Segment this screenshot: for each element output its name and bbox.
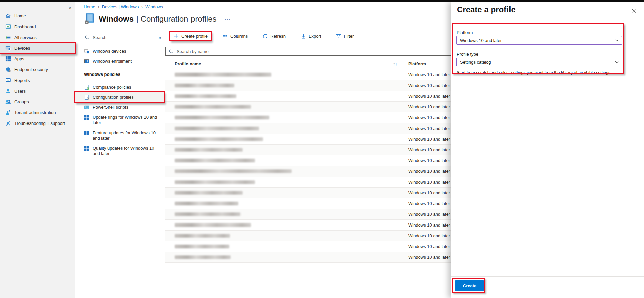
sidebar-item-label: Dashboard xyxy=(14,24,36,29)
platform-cell: Windows 10 and later xyxy=(397,222,450,228)
panel-title: Create a profile xyxy=(457,5,516,14)
plus-icon xyxy=(173,33,179,39)
sidebar-item-troubleshooting-support[interactable]: Troubleshooting + support xyxy=(0,118,75,129)
pane-item-label: PowerShell scripts xyxy=(93,105,159,110)
profile-type-dropdown[interactable]: Settings catalog xyxy=(456,58,622,66)
profile-name-cell xyxy=(165,94,397,98)
page-title-blade: Windows xyxy=(99,14,134,23)
page-title: Windows | Configuration profiles xyxy=(99,14,216,24)
profile-name-cell xyxy=(165,202,397,205)
pane-section-divider xyxy=(75,80,155,80)
troubleshooting-icon xyxy=(5,120,11,126)
sidebar-item-label: Groups xyxy=(14,99,29,104)
platform-cell: Windows 10 and later xyxy=(397,190,450,195)
redacted-profile-name xyxy=(175,212,240,216)
table-search-input[interactable] xyxy=(176,49,454,54)
pane-item-powershell-scripts[interactable]: PowerShell scripts xyxy=(75,102,164,112)
sidebar-item-devices[interactable]: Devices xyxy=(0,43,75,53)
breadcrumb-separator: › xyxy=(141,5,143,9)
sidebar-item-apps[interactable]: Apps xyxy=(0,53,75,64)
pane-item-windows-enrollment[interactable]: Windows enrollment xyxy=(75,56,164,66)
redacted-profile-name xyxy=(175,202,238,205)
pane-item-update-rings[interactable]: Update rings for Windows 10 and later xyxy=(75,112,164,128)
profile-name-cell xyxy=(165,73,397,77)
platform-cell: Windows 10 and later xyxy=(397,126,450,131)
column-header-profile-name[interactable]: Profile name ↑↓ xyxy=(165,61,397,66)
redacted-profile-name xyxy=(175,127,259,130)
export-button[interactable]: Export xyxy=(298,32,324,40)
refresh-icon xyxy=(262,33,268,39)
sidebar-item-all-services[interactable]: All services xyxy=(0,32,75,43)
pane-item-label: Windows devices xyxy=(93,49,159,54)
platform-cell: Windows 10 and later xyxy=(397,158,450,163)
pane-item-configuration-profiles[interactable]: Configuration profiles xyxy=(75,92,164,102)
platform-cell: Windows 10 and later xyxy=(397,137,450,142)
close-icon[interactable] xyxy=(631,8,637,14)
sidebar-item-reports[interactable]: Reports xyxy=(0,75,75,86)
breadcrumb-separator: › xyxy=(98,5,99,9)
sidebar-collapse-icon[interactable]: « xyxy=(69,4,71,10)
sidebar-item-dashboard[interactable]: Dashboard xyxy=(0,21,75,32)
pane-item-quality-updates[interactable]: Quality updates for Windows 10 and later xyxy=(75,143,164,159)
page-overflow-menu[interactable]: ··· xyxy=(224,16,230,22)
pane-collapse-icon[interactable]: « xyxy=(158,35,161,40)
sort-icon[interactable]: ↑↓ xyxy=(393,61,397,66)
profile-name-cell xyxy=(165,234,397,238)
columns-button[interactable]: Columns xyxy=(219,32,251,40)
profile-type-description: Start from scratch and select settings y… xyxy=(457,70,610,75)
sidebar-item-tenant-administration[interactable]: Tenant administration xyxy=(0,107,75,118)
menu-pane: Windows devicesWindows enrollmentWindows… xyxy=(75,33,164,159)
profile-name-cell xyxy=(165,245,397,248)
pane-search-box[interactable] xyxy=(82,33,153,42)
platform-field-label: Platform xyxy=(457,30,473,35)
dashboard-icon xyxy=(5,24,11,30)
left-sidebar: « HomeDashboardAll servicesDevicesAppsEn… xyxy=(0,2,75,298)
profile-name-cell xyxy=(165,191,397,195)
reports-icon xyxy=(5,78,11,83)
profile-type-dropdown-value: Settings catalog xyxy=(460,60,491,65)
breadcrumb-link[interactable]: Devices | Windows xyxy=(102,4,139,9)
redacted-profile-name xyxy=(175,223,251,227)
windows-logo-icon xyxy=(84,115,89,120)
create-profile-button[interactable]: Create profile xyxy=(170,32,211,40)
pane-item-feature-updates[interactable]: Feature updates for Windows 10 and later xyxy=(75,128,164,143)
redacted-profile-name xyxy=(175,148,243,152)
breadcrumb-link[interactable]: Home xyxy=(84,4,95,9)
sidebar-item-label: Home xyxy=(14,13,26,18)
column-header-platform[interactable]: Platform xyxy=(397,61,426,66)
sidebar-item-label: Reports xyxy=(14,78,30,83)
filter-button[interactable]: Filter xyxy=(333,32,357,40)
sidebar-item-label: All services xyxy=(14,35,37,40)
profile-name-cell xyxy=(165,148,397,152)
chevron-down-icon xyxy=(614,38,619,43)
breadcrumb-link[interactable]: Windows xyxy=(145,4,163,9)
profile-type-field-label: Profile type xyxy=(457,52,478,57)
pane-item-windows-devices[interactable]: Windows devices xyxy=(75,46,164,56)
platform-dropdown-value: Windows 10 and later xyxy=(460,38,502,43)
platform-cell: Windows 10 and later xyxy=(397,83,450,88)
powershell-scripts-icon xyxy=(84,105,89,110)
redacted-profile-name xyxy=(175,180,255,184)
configuration-profiles-page-icon xyxy=(84,12,95,26)
users-icon xyxy=(5,88,11,94)
table-search-box[interactable] xyxy=(165,47,458,56)
search-icon xyxy=(85,35,90,40)
redacted-profile-name xyxy=(175,137,263,141)
breadcrumb: Home›Devices | Windows›Windows xyxy=(84,4,163,9)
pane-item-compliance-policies[interactable]: Compliance policies xyxy=(75,82,164,92)
sidebar-item-home[interactable]: Home xyxy=(0,10,75,21)
sidebar-item-users[interactable]: Users xyxy=(0,86,75,96)
refresh-button[interactable]: Refresh xyxy=(259,32,289,40)
page-title-divider: | xyxy=(136,14,141,23)
sidebar-item-groups[interactable]: Groups xyxy=(0,96,75,107)
profile-name-cell xyxy=(165,137,397,141)
sidebar-item-label: Apps xyxy=(14,56,24,61)
platform-dropdown[interactable]: Windows 10 and later xyxy=(456,36,622,45)
create-button[interactable]: Create xyxy=(455,280,484,291)
apps-icon xyxy=(5,56,11,62)
sidebar-item-endpoint-security[interactable]: Endpoint security xyxy=(0,64,75,75)
sidebar-item-label: Users xyxy=(14,89,26,94)
pane-search-input[interactable] xyxy=(92,35,150,40)
browser-top-bar xyxy=(0,0,644,2)
toolbar-button-label: Columns xyxy=(230,34,248,39)
